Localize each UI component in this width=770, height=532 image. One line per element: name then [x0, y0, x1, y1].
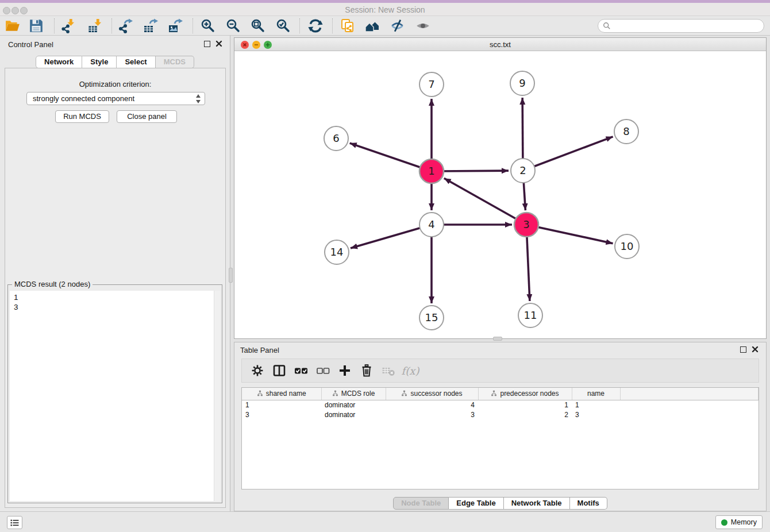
panel-resize-handle[interactable] [229, 268, 233, 283]
column-header-predecessor-nodes[interactable]: predecessor nodes [478, 388, 572, 400]
column-header-name[interactable]: name [572, 388, 620, 400]
graph-node-11[interactable]: 11 [518, 303, 542, 327]
graph-node-15[interactable]: 15 [419, 306, 444, 330]
toolbar-separator [299, 18, 300, 33]
tab-mcds[interactable]: MCDS [156, 56, 194, 68]
tab-select[interactable]: Select [117, 56, 155, 68]
svg-text:15: 15 [425, 311, 438, 323]
result-scrollbar[interactable] [214, 291, 220, 501]
import-network-icon[interactable] [58, 17, 78, 34]
table-settings-gear-icon[interactable] [247, 362, 268, 379]
split-table-view-icon[interactable] [268, 362, 290, 379]
close-table-panel-icon[interactable] [751, 345, 759, 353]
save-session-icon[interactable] [26, 17, 46, 34]
task-history-button[interactable] [7, 516, 22, 529]
graph-edge-4-14[interactable] [351, 225, 432, 248]
graph-node-2[interactable]: 2 [511, 159, 535, 183]
cell-filler [620, 400, 759, 410]
network-window-titlebar[interactable]: scc.txt [234, 38, 766, 51]
select-all-columns-icon[interactable] [290, 362, 312, 379]
import-table-icon[interactable] [85, 17, 105, 34]
mcds-result-text-area[interactable]: 13 [10, 291, 220, 501]
show-graphics-details-icon[interactable] [413, 17, 433, 34]
network-canvas[interactable]: 7968124314101511 [234, 51, 766, 338]
fx-label: f(x) [402, 365, 419, 377]
tab-node-table[interactable]: Node Table [393, 497, 449, 510]
toolbar-separator [111, 18, 112, 33]
cell-predecessor-nodes[interactable]: 2 [478, 410, 572, 419]
table-panel-tabs: Node Table Edge Table Network Table Moti… [234, 497, 766, 510]
zoom-selected-icon[interactable] [274, 17, 293, 34]
column-header-filler [620, 388, 759, 400]
delete-column-icon[interactable] [356, 362, 378, 379]
search-input[interactable] [611, 22, 764, 30]
cell-mcds-role[interactable]: dominator [321, 410, 386, 419]
cell-mcds-role[interactable]: dominator [321, 400, 386, 410]
graph-node-7[interactable]: 7 [419, 72, 444, 97]
deselect-all-columns-icon[interactable] [312, 362, 334, 379]
tab-edge-table[interactable]: Edge Table [449, 497, 503, 510]
table-resize-handle[interactable] [493, 337, 502, 341]
toolbar-separator [332, 18, 333, 33]
graph-edge-3-10[interactable] [526, 225, 613, 244]
cell-successor-nodes[interactable]: 3 [386, 410, 478, 419]
hide-annotations-icon[interactable] [388, 17, 407, 34]
refresh-layout-icon[interactable] [306, 17, 325, 34]
graph-node-1[interactable]: 1 [419, 159, 444, 183]
export-image-icon[interactable] [165, 17, 185, 34]
table-row[interactable]: 1dominator411 [242, 400, 759, 410]
svg-text:11: 11 [524, 309, 537, 321]
close-panel-button[interactable]: Close panel [117, 110, 177, 123]
export-network-icon[interactable] [116, 17, 135, 34]
tab-style[interactable]: Style [82, 56, 117, 68]
graph-node-9[interactable]: 9 [510, 71, 534, 95]
optimization-criterion-select[interactable]: strongly connected component [26, 92, 205, 105]
toolbar-separator [192, 18, 193, 33]
function-builder-icon: f(x) [399, 362, 421, 379]
run-mcds-button[interactable]: Run MCDS [55, 110, 109, 123]
tab-network-table[interactable]: Network Table [504, 497, 570, 510]
mcds-result-title: MCDS result (2 nodes) [12, 280, 93, 288]
graph-edge-1-6[interactable] [350, 143, 432, 171]
graph-node-14[interactable]: 14 [325, 240, 349, 264]
list-icon [10, 519, 20, 527]
float-panel-icon[interactable] [204, 41, 210, 47]
add-column-icon[interactable] [334, 362, 356, 379]
duplicate-network-icon[interactable] [338, 17, 357, 34]
graph-node-6[interactable]: 6 [324, 126, 348, 151]
column-header-shared-name[interactable]: shared name [242, 388, 321, 400]
optimization-criterion-label: Optimization criterion: [5, 80, 225, 88]
tab-motifs[interactable]: Motifs [570, 497, 607, 510]
control-panel: Control Panel Network Style Select MCDS … [0, 36, 230, 511]
show-all-networks-icon[interactable] [363, 17, 382, 34]
cell-shared-name[interactable]: 1 [242, 400, 321, 410]
search-box[interactable] [598, 19, 764, 33]
column-header-mcds-role[interactable]: MCDS role [321, 388, 386, 400]
cell-name[interactable]: 3 [572, 410, 620, 419]
graph-edge-2-8[interactable] [523, 137, 613, 171]
cell-successor-nodes[interactable]: 4 [386, 400, 478, 410]
graph-node-4[interactable]: 4 [419, 213, 444, 237]
control-panel-header: Control Panel [0, 36, 230, 53]
tab-network[interactable]: Network [36, 56, 82, 68]
close-panel-icon[interactable] [215, 40, 223, 48]
table-panel-title: Table Panel [240, 346, 279, 354]
graph-node-3[interactable]: 3 [514, 213, 538, 237]
export-table-icon[interactable] [141, 17, 160, 34]
cell-shared-name[interactable]: 3 [242, 410, 321, 419]
zoom-out-icon[interactable] [224, 17, 243, 34]
svg-text:1: 1 [428, 165, 434, 177]
tree-icon [401, 390, 407, 396]
memory-button[interactable]: Memory [715, 515, 763, 529]
float-table-panel-icon[interactable] [740, 346, 746, 353]
zoom-fit-icon[interactable] [248, 17, 268, 34]
graph-node-10[interactable]: 10 [615, 234, 639, 259]
cell-predecessor-nodes[interactable]: 1 [478, 400, 572, 410]
open-file-icon[interactable] [3, 17, 22, 34]
zoom-in-icon[interactable] [198, 17, 218, 34]
table-row[interactable]: 3dominator323 [242, 410, 759, 419]
graph-node-8[interactable]: 8 [614, 119, 638, 144]
column-header-successor-nodes[interactable]: successor nodes [386, 388, 478, 400]
graph-edge-3-1[interactable] [444, 178, 526, 225]
cell-name[interactable]: 1 [572, 400, 620, 410]
